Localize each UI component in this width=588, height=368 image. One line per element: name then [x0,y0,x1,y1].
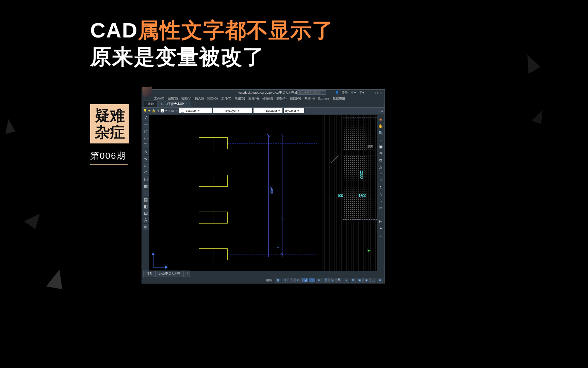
join-tool-icon[interactable]: + [378,225,384,231]
spline-tool-icon[interactable]: ∿ [143,156,149,162]
hatch-tool-icon[interactable]: ▨ [143,197,149,203]
status-clean-icon[interactable]: ⛶ [370,278,376,282]
line-tool-icon[interactable]: ╱ [143,115,149,121]
menu-dataview[interactable]: 数据视图 [331,96,346,101]
menu-edit[interactable]: 编辑(E) [166,96,179,101]
print-icon[interactable]: 🖨 [157,109,160,112]
menu-modify[interactable]: 修改(M) [261,96,275,101]
drawing-canvas[interactable]: 2480 600 2000 100 1300 100 ➤ [149,115,377,271]
tab-add-icon[interactable]: + [183,271,190,277]
extend-tool-icon[interactable]: → [378,212,384,218]
status-label: 图纸 [266,278,272,282]
maximize-icon[interactable]: ▢ [374,91,378,95]
extension-line [228,218,317,218]
zoom-extents-icon[interactable]: 🔍 [378,130,384,136]
insert-block-icon[interactable]: ◫ [143,176,149,182]
tab-model[interactable]: 模型 [143,271,156,277]
mirror-tool-icon[interactable]: △ [378,164,384,170]
mtext-tool-icon[interactable]: A [143,217,149,223]
circle-tool-icon[interactable]: ○ [143,149,149,155]
close-icon[interactable]: ✕ [379,91,383,95]
region-tool-icon[interactable]: ◧ [143,203,149,210]
status-transparency-icon[interactable]: ▒ [323,278,329,282]
show-motion-icon[interactable]: ▣ [378,143,384,150]
tab-new-icon[interactable]: + [193,103,197,107]
plotstyle-dropdown[interactable]: ByColor ▾ [284,108,304,113]
help-icon[interactable]: ❔▾ [359,91,364,94]
rectangle-tool-icon[interactable]: ▭ [143,135,149,141]
status-scale-icon[interactable]: 人 [343,278,349,282]
fillet-tool-icon[interactable]: ◟ [378,232,384,238]
freeze-icon[interactable]: ☀ [148,109,151,112]
status-lineweight-icon[interactable]: ≡ [316,278,322,282]
color-dropdown[interactable]: ByLayer ▾ [179,108,212,113]
user-icon[interactable]: 👤 [335,91,339,94]
login-text[interactable]: 登录 [342,91,348,95]
status-track-icon[interactable]: ◫ [309,278,315,282]
layer-tools[interactable]: ≡ ▤ ✎ [168,109,178,112]
status-grid-icon[interactable]: ▦ [275,278,281,282]
trim-tool-icon[interactable]: ✂ [378,205,384,211]
polygon-tool-icon[interactable]: ⬠ [143,128,149,135]
menu-express[interactable]: Express [317,97,331,100]
status-monitor-icon[interactable]: ▣ [357,278,363,282]
status-menu-icon[interactable]: ≡ [377,278,383,282]
arc-tool-icon[interactable]: ⌒ [143,142,149,148]
text-style-icon[interactable]: A↓ [379,109,383,112]
menu-param[interactable]: 参数(P) [275,96,288,101]
menu-format[interactable]: 格式(O) [206,96,219,101]
menu-insert[interactable]: 插入(I) [194,96,206,101]
pan-icon[interactable]: ✋ [378,123,384,129]
keyword-search-input[interactable]: 键入关键字或短语 [297,90,326,95]
dimension-value: 100 [367,144,373,148]
tab-start[interactable]: 开始 [144,101,158,107]
menu-file[interactable]: 文件(F) [153,96,166,101]
orbit-icon[interactable]: ⊙ [378,137,384,143]
ellipse-arc-icon[interactable]: ◠ [143,169,149,175]
menu-view[interactable]: 视图(V) [180,96,193,101]
status-snap-icon[interactable]: ⊡ [282,278,288,282]
move-tool-icon[interactable]: ✥ [378,150,384,156]
status-isolate-icon[interactable]: ◉ [363,278,370,282]
status-cycle-icon[interactable]: ◎ [329,278,336,282]
layer-manage-icon[interactable]: ▤ [171,109,174,112]
table-tool-icon[interactable]: ▤ [143,210,149,216]
layer-state-icons[interactable]: 💡 ☀ 🔒 🖨 0 ▾ [143,109,167,112]
break-tool-icon[interactable]: ⊢ [378,218,384,225]
bulb-icon[interactable]: 💡 [143,109,147,112]
menu-tools[interactable]: 工具(T) [220,96,233,101]
menu-dim[interactable]: 标注(N) [247,96,260,101]
layer-name[interactable]: 0 [161,109,164,112]
cart-icon[interactable]: 🛒▾ [350,91,356,94]
tab-close-icon[interactable]: × [186,102,187,106]
menu-help[interactable]: 帮助(H) [303,96,316,101]
status-osnap-icon[interactable]: ◢ [302,278,308,282]
tab-layout[interactable]: CAD干货大本营 [156,271,183,277]
minimize-icon[interactable]: – [370,91,374,95]
status-workspace-icon[interactable]: ⚙ [350,278,356,282]
lineweight-dropdown[interactable]: ByLayer ▾ [254,108,282,113]
ellipse-tool-icon[interactable]: ⬭ [143,163,149,169]
lock-icon[interactable]: 🔒 [152,109,156,112]
copy-tool-icon[interactable]: ⧉ [378,157,384,163]
point-tool-icon[interactable]: · [143,190,149,196]
status-ann-scale-icon[interactable]: 🔍 [336,278,342,282]
offset-tool-icon[interactable]: ⊏ [378,171,384,177]
menu-draw[interactable]: 绘图(D) [233,96,247,101]
layers-icon[interactable]: ≡ [168,109,170,112]
make-block-icon[interactable]: ▦ [143,183,149,189]
addline-tool-icon[interactable]: ⊕ [143,224,149,230]
linetype-dropdown[interactable]: ByLayer ▾ [213,108,252,113]
menu-window[interactable]: 窗口(W) [289,96,303,101]
nav-wheel-icon[interactable]: ◈ [378,116,384,122]
status-polar-icon[interactable]: ⊙ [295,278,301,282]
stretch-tool-icon[interactable]: ↔ [378,198,384,204]
polyline-tool-icon[interactable]: ∽ [143,122,149,128]
status-ortho-icon[interactable]: └ [289,278,295,282]
tab-document-active[interactable]: CAD干货大本营*× [158,101,191,107]
array-tool-icon[interactable]: ⊞ [378,178,384,184]
match-icon[interactable]: ✎ [175,109,178,112]
rotate-tool-icon[interactable]: ↻ [378,184,384,190]
scale-tool-icon[interactable]: ⤡ [378,191,384,197]
leader-line [331,155,339,163]
